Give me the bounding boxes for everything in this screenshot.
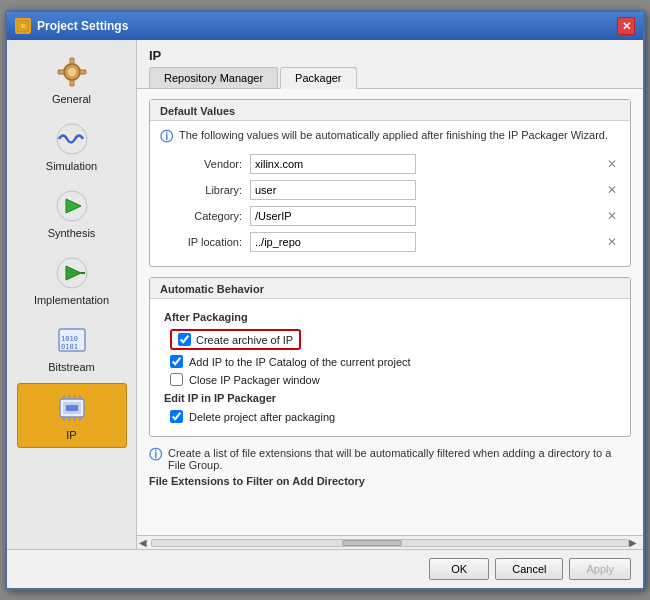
delete-project-checkbox[interactable] <box>170 410 183 423</box>
implementation-icon <box>54 255 90 291</box>
category-wrapper: ✕ <box>250 206 620 226</box>
svg-rect-5 <box>70 80 74 86</box>
sidebar-item-implementation[interactable]: Implementation <box>17 249 127 312</box>
vendor-input[interactable] <box>250 154 416 174</box>
apply-button[interactable]: Apply <box>569 558 631 580</box>
title-bar-left: Project Settings <box>15 18 128 34</box>
default-values-body: ⓘ The following values will be automatic… <box>150 121 630 266</box>
tab-repository-manager[interactable]: Repository Manager <box>149 67 278 88</box>
delete-project-label: Delete project after packaging <box>189 411 335 423</box>
window-icon <box>15 18 31 34</box>
category-label: Category: <box>160 210 250 222</box>
sidebar-item-general[interactable]: General <box>17 48 127 111</box>
ip-location-clear-icon[interactable]: ✕ <box>607 235 617 249</box>
sidebar-item-synthesis[interactable]: Synthesis <box>17 182 127 245</box>
svg-text:1010: 1010 <box>61 335 78 343</box>
file-extensions-label: File Extensions to Filter on Add Directo… <box>149 475 631 487</box>
ok-button[interactable]: OK <box>429 558 489 580</box>
create-archive-checkbox-row[interactable]: Create archive of IP <box>170 329 301 350</box>
library-field-row: Library: ✕ <box>160 180 620 200</box>
info-row: ⓘ The following values will be automatic… <box>160 129 620 146</box>
library-label: Library: <box>160 184 250 196</box>
sidebar-item-general-label: General <box>52 93 91 105</box>
create-archive-label: Create archive of IP <box>196 334 293 346</box>
window-title: Project Settings <box>37 19 128 33</box>
vendor-clear-icon[interactable]: ✕ <box>607 157 617 171</box>
scroll-right-button[interactable]: ▶ <box>629 537 641 548</box>
auto-behavior-group: Automatic Behavior After Packaging Creat… <box>149 277 631 437</box>
sidebar-item-ip[interactable]: IP <box>17 383 127 448</box>
sidebar-item-simulation-label: Simulation <box>46 160 97 172</box>
horizontal-scrollbar[interactable]: ◀ ▶ <box>137 535 643 549</box>
vendor-label: Vendor: <box>160 158 250 170</box>
bitstream-icon: 1010 0101 <box>54 322 90 358</box>
auto-behavior-body: After Packaging Create archive of IP Add <box>150 299 630 436</box>
library-wrapper: ✕ <box>250 180 620 200</box>
title-bar: Project Settings ✕ <box>7 12 643 40</box>
wave-icon <box>54 121 90 157</box>
scroll-left-button[interactable]: ◀ <box>139 537 151 548</box>
footer-info-icon: ⓘ <box>149 446 162 464</box>
auto-behavior-title: Automatic Behavior <box>150 278 630 299</box>
bottom-bar: OK Cancel Apply <box>7 549 643 588</box>
close-button[interactable]: ✕ <box>617 17 635 35</box>
close-packager-checkbox[interactable] <box>170 373 183 386</box>
gear-icon <box>54 54 90 90</box>
sidebar-item-synthesis-label: Synthesis <box>48 227 96 239</box>
ip-location-wrapper: ✕ <box>250 232 620 252</box>
add-ip-catalog-checkbox-row: Add IP to the IP Catalog of the current … <box>160 355 620 368</box>
ip-location-label: IP location: <box>160 236 250 248</box>
after-packaging-label: After Packaging <box>160 311 620 323</box>
tabs-row: Repository Manager Packager <box>137 67 643 89</box>
create-archive-checkbox[interactable] <box>178 333 191 346</box>
svg-rect-19 <box>66 405 78 411</box>
add-ip-catalog-checkbox[interactable] <box>170 355 183 368</box>
info-text: The following values will be automatical… <box>179 129 608 141</box>
ip-location-field-row: IP location: ✕ <box>160 232 620 252</box>
svg-rect-6 <box>58 70 64 74</box>
scroll-thumb[interactable] <box>342 540 402 546</box>
vendor-field-row: Vendor: ✕ <box>160 154 620 174</box>
sidebar-item-simulation[interactable]: Simulation <box>17 115 127 178</box>
tab-packager[interactable]: Packager <box>280 67 356 89</box>
footer-info-text: Create a list of file extensions that wi… <box>168 447 631 471</box>
default-values-title: Default Values <box>150 100 630 121</box>
svg-point-3 <box>68 68 76 76</box>
section-header: IP <box>137 40 643 67</box>
svg-rect-7 <box>80 70 86 74</box>
scroll-track <box>151 539 629 547</box>
sidebar-item-implementation-label: Implementation <box>34 294 109 306</box>
edit-ip-section: Edit IP in IP Packager Delete project af… <box>160 392 620 423</box>
library-input[interactable] <box>250 180 416 200</box>
default-values-group: Default Values ⓘ The following values wi… <box>149 99 631 267</box>
vendor-wrapper: ✕ <box>250 154 620 174</box>
library-clear-icon[interactable]: ✕ <box>607 183 617 197</box>
category-field-row: Category: ✕ <box>160 206 620 226</box>
svg-rect-4 <box>70 58 74 64</box>
footer-info-row: ⓘ Create a list of file extensions that … <box>149 447 631 471</box>
sidebar-item-bitstream-label: Bitstream <box>48 361 94 373</box>
project-settings-window: Project Settings ✕ General <box>5 10 645 590</box>
close-packager-label: Close IP Packager window <box>189 374 320 386</box>
close-packager-checkbox-row: Close IP Packager window <box>160 373 620 386</box>
delete-project-checkbox-row: Delete project after packaging <box>160 410 620 423</box>
content-area: General Simulation <box>7 40 643 549</box>
main-panel: IP Repository Manager Packager Default V… <box>137 40 643 549</box>
edit-ip-label: Edit IP in IP Packager <box>160 392 620 404</box>
svg-text:0101: 0101 <box>61 343 78 351</box>
synthesis-icon <box>54 188 90 224</box>
sidebar-item-ip-label: IP <box>66 429 76 441</box>
cancel-button[interactable]: Cancel <box>495 558 563 580</box>
info-icon: ⓘ <box>160 128 173 146</box>
ip-icon <box>54 390 90 426</box>
category-input[interactable] <box>250 206 416 226</box>
category-clear-icon[interactable]: ✕ <box>607 209 617 223</box>
ip-location-input[interactable] <box>250 232 416 252</box>
sidebar-item-bitstream[interactable]: 1010 0101 Bitstream <box>17 316 127 379</box>
add-ip-catalog-label: Add IP to the IP Catalog of the current … <box>189 356 411 368</box>
panel-content: Default Values ⓘ The following values wi… <box>137 89 643 535</box>
sidebar: General Simulation <box>7 40 137 549</box>
